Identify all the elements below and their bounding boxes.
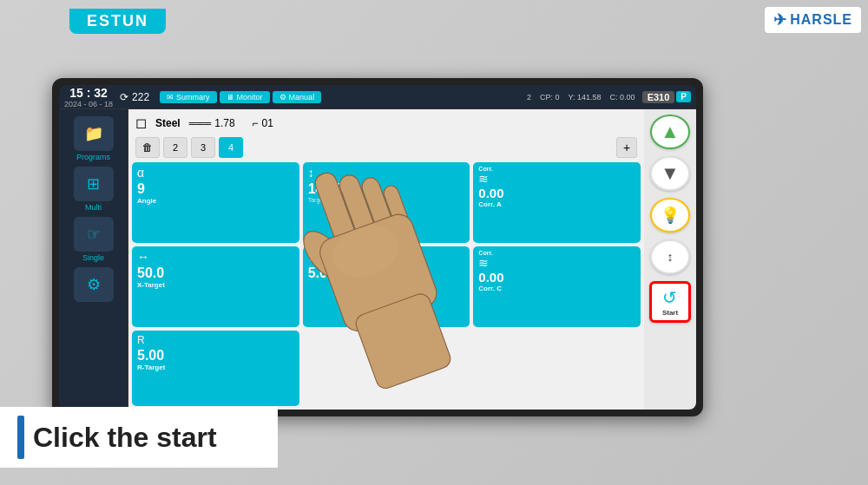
r-target-value: 5.00 — [137, 348, 164, 364]
c-value: C: 0.00 — [610, 93, 635, 102]
steps-row: 🗑 2 3 4 + — [132, 135, 641, 160]
corr-a-value: 0.00 — [478, 186, 503, 200]
status-bar: 15 : 32 2024 - 06 - 18 ⟳ 222 ✉ Summary 🖥… — [59, 85, 696, 109]
corr-a-cell[interactable]: Corr. ≋ 0.00 Corr. A — [473, 162, 641, 243]
r-target-label: R-Target — [137, 364, 165, 371]
angle-value: 9 — [137, 181, 145, 197]
corr-a-label: Corr. A — [478, 200, 501, 208]
material-row: ◻ Steel ═══ 1.78 ⌐ 01 — [132, 113, 641, 133]
thickness-icon: ═══ — [189, 117, 212, 129]
add-step-button[interactable]: + — [616, 137, 637, 158]
corr-a-icon: ≋ — [478, 172, 489, 186]
settings-icon: ⚙ — [74, 267, 114, 302]
screen: 15 : 32 2024 - 06 - 18 ⟳ 222 ✉ Summary 🖥… — [59, 85, 696, 410]
single-icon: ☞ — [74, 217, 114, 252]
x-target-cell[interactable]: ↔ 50.0 X-Target — [132, 246, 299, 327]
corr-c-cell[interactable]: Corr. ≋ 0.00 Corr. C — [473, 246, 641, 327]
tab-manual-label: Manual — [289, 93, 315, 102]
monitor-icon: 🖥 — [227, 93, 234, 102]
start-refresh-icon: ↺ — [662, 287, 677, 308]
program-icon: ⟳ — [120, 91, 128, 103]
r-target-cell[interactable]: R 5.00 R-Target — [132, 331, 299, 406]
r-target-icon: R — [137, 334, 145, 346]
angle-icon: α — [137, 166, 144, 180]
z-icon: ↕ — [308, 250, 314, 264]
step-4-button[interactable]: 4 — [219, 137, 243, 158]
up-button[interactable]: ▲ — [650, 115, 690, 149]
cp-status: CP: 0 — [540, 93, 560, 102]
light-button[interactable]: 💡 — [650, 198, 690, 233]
cycle-icon: ↕ — [667, 250, 674, 264]
corr-c-top-label: Corr. — [478, 250, 492, 256]
corr-c-value: 0.00 — [478, 270, 503, 285]
cycle-button[interactable]: ↕ — [650, 239, 690, 274]
x-target-value: 50.0 — [137, 265, 164, 281]
material-name: Steel — [155, 117, 181, 129]
y-target-value: 141.58 — [308, 181, 351, 197]
angle-cell[interactable]: α 9 Angle — [132, 162, 299, 243]
down-button[interactable]: ▼ — [650, 156, 690, 191]
sidebar-item-single[interactable]: ☞ Single — [74, 217, 114, 262]
program-number: ⟳ 222 — [120, 91, 149, 103]
sidebar-item-settings[interactable]: ⚙ — [74, 267, 114, 302]
brand-name: HARSLE — [790, 12, 852, 28]
left-sidebar: 📁 Programs ⊞ Multi ☞ Single ⚙ — [59, 109, 128, 410]
folder-icon: 📁 — [74, 116, 114, 151]
corr-c-label: Corr. C — [478, 285, 502, 292]
bottom-caption: Click the start — [0, 407, 278, 468]
tab-summary[interactable]: ✉ Summary — [160, 91, 217, 103]
sidebar-item-multi[interactable]: ⊞ Multi — [74, 167, 114, 212]
corr-a-top-label: Corr. — [478, 166, 492, 172]
harsle-logo-icon: ✈ — [773, 10, 786, 29]
x-target-label: X-Target — [137, 281, 165, 289]
bulb-icon: 💡 — [661, 206, 680, 225]
page-number: 2 — [527, 93, 531, 102]
screen-bezel: 15 : 32 2024 - 06 - 18 ⟳ 222 ✉ Summary 🖥… — [52, 78, 703, 416]
sidebar-item-programs[interactable]: 📁 Programs — [74, 116, 114, 161]
material-icon: ◻ — [135, 115, 147, 131]
summary-icon: ✉ — [167, 93, 174, 102]
thickness-value: 1.78 — [214, 117, 234, 129]
tab-manual[interactable]: ⚙ Manual — [273, 91, 322, 103]
brand-logo: ✈ HARSLE — [765, 7, 861, 33]
programs-label: Programs — [76, 153, 110, 161]
multi-icon: ⊞ — [74, 167, 114, 201]
start-button[interactable]: ↺ Start — [649, 281, 691, 323]
e310-badge: E310 — [642, 91, 675, 103]
blue-accent-bar — [17, 416, 24, 459]
start-label: Start — [662, 309, 678, 317]
caption-text: Click the start — [33, 422, 217, 454]
y-target-cell[interactable]: ↕ 141.58 Target — [303, 162, 470, 243]
tab-monitor[interactable]: 🖥 Monitor — [220, 91, 270, 103]
date-display: 2024 - 06 - 18 — [64, 100, 113, 108]
x-target-icon: ↔ — [137, 250, 149, 264]
p-badge: P — [676, 91, 691, 102]
y-value: Y: 141.58 — [569, 93, 602, 102]
single-label: Single — [82, 253, 104, 262]
down-arrow-icon: ▼ — [661, 162, 680, 185]
up-arrow-icon: ▲ — [661, 121, 680, 143]
y-target-label: Target — [308, 197, 325, 203]
die-container: ⌐ 01 — [253, 117, 273, 129]
step-3-button[interactable]: 3 — [191, 137, 215, 158]
main-content: 📁 Programs ⊞ Multi ☞ Single ⚙ — [59, 109, 696, 410]
tab-summary-label: Summary — [176, 93, 210, 102]
multi-label: Multi — [85, 203, 102, 212]
z-value: 5.00 — [308, 265, 335, 281]
delete-button[interactable]: 🗑 — [135, 137, 160, 158]
angle-label: Angle — [137, 197, 156, 205]
die-value: 01 — [262, 117, 273, 129]
right-sidebar: ▲ ▼ 💡 ↕ ↺ Start — [644, 109, 696, 410]
e310-container: E310 P — [642, 91, 691, 103]
nav-tabs: ✉ Summary 🖥 Monitor ⚙ Manual — [160, 91, 321, 103]
tab-monitor-label: Monitor — [237, 93, 263, 102]
step-2-button[interactable]: 2 — [163, 137, 187, 158]
params-grid: α 9 Angle ↕ 141.58 Target — [132, 162, 641, 406]
manual-icon: ⚙ — [279, 93, 286, 102]
time-display: 15 : 32 — [69, 86, 108, 100]
center-panel: ◻ Steel ═══ 1.78 ⌐ 01 🗑 — [128, 109, 644, 410]
z-cell[interactable]: ↕ 5.00 — [303, 246, 470, 327]
thickness-container: ═══ 1.78 — [189, 117, 235, 129]
status-right: 2 CP: 0 Y: 141.58 C: 0.00 — [527, 93, 635, 102]
y-target-icon: ↕ — [308, 166, 314, 180]
